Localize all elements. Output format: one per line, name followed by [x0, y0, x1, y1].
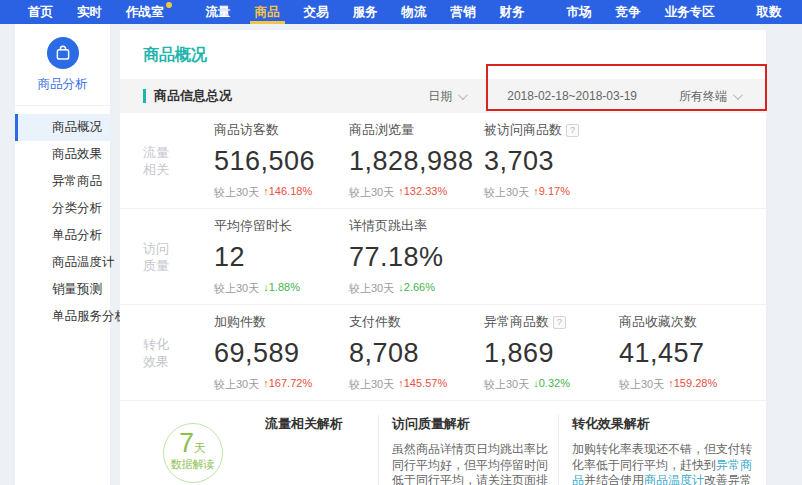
metric-delta: ↓0.32% [533, 377, 570, 392]
top-nav-item[interactable]: 物流 [390, 0, 439, 24]
active-tab-underline [250, 21, 285, 24]
compare-label: 较上30天 [484, 185, 529, 200]
main-content-card: 商品概况 商品信息总况 日期 2018-02-18~2018-03-19 所有终… [120, 30, 766, 485]
help-icon[interactable]: ? [566, 124, 579, 137]
metric-value: 77.18% [349, 242, 484, 273]
sidebar-menu: 商品概况 商品效果 异常商品 分类分析 单品分析 商品温度计 销量预测 单品服务… [15, 106, 110, 330]
product-analysis-icon [47, 37, 79, 69]
sidebar-item-label: 商品效果 [52, 147, 102, 161]
top-nav-item-label: 取数 [757, 4, 782, 21]
metric-row: 转化效果 加购件数 69,589 较上30天 ↑167.72% 支付件数 8,7… [120, 305, 766, 401]
insight-link[interactable]: 商品温度计 [644, 473, 704, 485]
insight-column: 转化效果解析 加购转化率表现还不错，但支付转化率低于同行平均，赶快到异常商品并结… [558, 415, 766, 485]
top-nav-item-label: 首页 [28, 4, 53, 21]
page-title: 商品概况 [120, 30, 766, 79]
metric-card: 支付件数 8,708 较上30天 ↑145.57% [349, 313, 484, 392]
metric-value: 41,457 [619, 338, 754, 369]
sidebar-item-label: 单品服务分析 [52, 309, 127, 323]
metric-row: 访问质量 平均停留时长 12 较上30天 ↓1.88% 详情页跳出率 77.18… [120, 209, 766, 305]
insight-title: 访问质量解析 [392, 415, 548, 433]
metric-group-label: 转化效果 [143, 336, 171, 370]
metric-value: 1,869 [484, 338, 619, 369]
metric-cards: 加购件数 69,589 较上30天 ↑167.72% 支付件数 8,708 较上… [214, 313, 754, 392]
metric-value: 1,828,988 [349, 146, 484, 177]
metric-value: 516,506 [214, 146, 349, 177]
top-nav-item[interactable]: 学院 [794, 0, 802, 24]
metric-label: 平均停留时长 [214, 217, 292, 235]
terminal-dropdown[interactable]: 所有终端 [679, 88, 740, 105]
top-nav-item-label: 竞争 [616, 4, 641, 21]
insight-column: 访问质量解析 虽然商品详情页日均跳出率比同行平均好，但平均停留时间低于同行平均，… [378, 415, 558, 485]
top-nav-item-label: 财务 [500, 4, 525, 21]
top-nav-item[interactable]: 业务专区 [653, 0, 727, 24]
help-icon[interactable]: ? [553, 316, 566, 329]
top-nav-item[interactable]: 取数 [745, 0, 794, 24]
top-nav-item[interactable]: 流量 [194, 0, 243, 24]
top-nav-item-label: 市场 [567, 4, 592, 21]
top-nav-item-label: 流量 [206, 4, 231, 21]
top-nav-item[interactable]: 市场 [555, 0, 604, 24]
insight-body: 虽然商品详情页日均跳出率比同行平均好，但平均停留时间低于同行平均，请关注页面排版… [392, 442, 548, 485]
sidebar-item[interactable]: 销量预测 [15, 276, 110, 303]
metric-card: 平均停留时长 12 较上30天 ↓1.88% [214, 217, 349, 296]
sidebar-group-label: 商品分析 [15, 76, 110, 93]
top-nav-item[interactable]: 商品 [243, 0, 292, 24]
metric-card: 商品浏览量 1,828,988 较上30天 ↑132.33% [349, 121, 484, 200]
top-nav-item-label: 实时 [77, 4, 102, 21]
sidebar-item-label: 分类分析 [52, 201, 102, 215]
top-nav-item[interactable]: 首页 [16, 0, 65, 24]
metric-label: 商品收藏次数 [619, 313, 697, 331]
data-insight-badge: 7天 数据解读 [163, 423, 223, 483]
insight-text: 并结合使用 [584, 473, 644, 485]
top-nav-item-label: 物流 [402, 4, 427, 21]
date-type-dropdown[interactable]: 日期 [428, 88, 465, 105]
metric-delta: ↑132.33% [398, 185, 447, 200]
top-nav-item[interactable]: 实时 [65, 0, 114, 24]
top-nav-item-label: 作战室 [126, 4, 164, 21]
notification-dot-icon [166, 2, 172, 8]
sidebar-item[interactable]: 商品概况 [15, 114, 110, 141]
metric-label: 加购件数 [214, 313, 266, 331]
metric-label: 商品访客数 [214, 121, 279, 139]
chevron-down-icon [733, 90, 743, 100]
metric-value: 12 [214, 242, 349, 273]
insight-title: 转化效果解析 [572, 415, 756, 433]
sidebar-item[interactable]: 分类分析 [15, 195, 110, 222]
insight-body: 加购转化率表现还不错，但支付转化率低于同行平均，赶快到异常商品并结合使用商品温度… [572, 442, 756, 485]
metric-delta: ↑9.17% [533, 185, 570, 200]
top-nav-item[interactable]: 财务 [488, 0, 537, 24]
insight-column: 流量相关解析 [265, 415, 378, 485]
sidebar-item-label: 商品温度计 [52, 255, 115, 269]
top-nav-item-label: 营销 [451, 4, 476, 21]
compare-label: 较上30天 [349, 281, 394, 296]
top-nav-item[interactable]: 竞争 [604, 0, 653, 24]
metric-card: 加购件数 69,589 较上30天 ↑167.72% [214, 313, 349, 392]
compare-label: 较上30天 [484, 377, 529, 392]
top-nav-item-label: 业务专区 [665, 4, 715, 21]
metric-label: 支付件数 [349, 313, 401, 331]
top-nav-item[interactable]: 服务 [341, 0, 390, 24]
sidebar-item[interactable]: 单品服务分析 [15, 303, 110, 330]
sidebar-item[interactable]: 商品温度计 [15, 249, 110, 276]
metric-card: 商品访客数 516,506 较上30天 ↑146.18% [214, 121, 349, 200]
sidebar-item[interactable]: 异常商品 [15, 168, 110, 195]
compare-label: 较上30天 [214, 377, 259, 392]
insight-title: 流量相关解析 [265, 415, 368, 433]
top-nav-item-label: 商品 [255, 4, 280, 21]
section-toolbar: 商品信息总况 日期 2018-02-18~2018-03-19 所有终端 [120, 79, 766, 113]
sidebar-item[interactable]: 商品效果 [15, 141, 110, 168]
metric-card: 异常商品数 ? 1,869 较上30天 ↓0.32% [484, 313, 619, 392]
top-nav-item[interactable]: 交易 [292, 0, 341, 24]
top-nav-item-label: 交易 [304, 4, 329, 21]
metric-label: 商品浏览量 [349, 121, 414, 139]
metric-delta: ↑145.57% [398, 377, 447, 392]
metric-delta: ↓1.88% [263, 281, 300, 296]
metric-group: 访问质量 [120, 240, 214, 274]
sidebar-item[interactable]: 单品分析 [15, 222, 110, 249]
top-nav-item[interactable]: 作战室 [114, 0, 176, 24]
metric-group: 流量相关 [120, 144, 214, 178]
section-title: 商品信息总况 [154, 87, 232, 105]
metric-group-label: 访问质量 [143, 240, 171, 274]
date-range-picker[interactable]: 2018-02-18~2018-03-19 [507, 89, 637, 103]
top-nav-item[interactable]: 营销 [439, 0, 488, 24]
